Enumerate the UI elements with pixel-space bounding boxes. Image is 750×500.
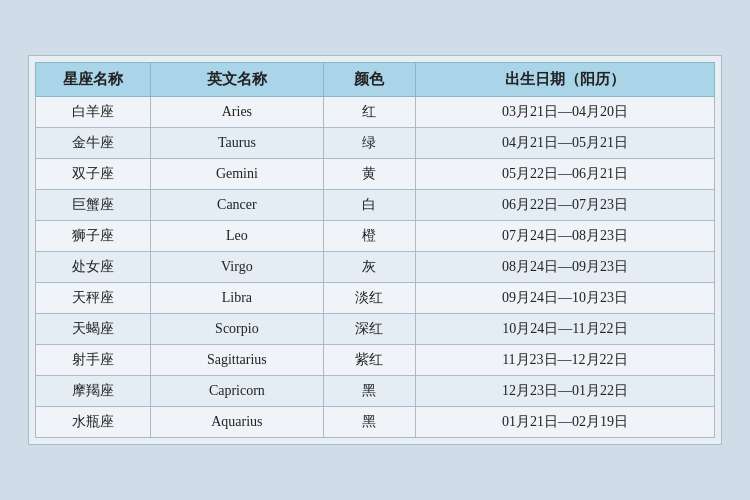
header-date: 出生日期（阳历） [415,63,714,97]
cell-en: Capricorn [151,376,324,407]
header-zh: 星座名称 [36,63,151,97]
cell-color: 紫红 [323,345,415,376]
table-row: 天秤座Libra淡红09月24日—10月23日 [36,283,715,314]
cell-color: 红 [323,97,415,128]
cell-zh: 处女座 [36,252,151,283]
cell-en: Leo [151,221,324,252]
cell-date: 06月22日—07月23日 [415,190,714,221]
cell-color: 橙 [323,221,415,252]
cell-date: 08月24日—09月23日 [415,252,714,283]
table-row: 巨蟹座Cancer白06月22日—07月23日 [36,190,715,221]
table-row: 摩羯座Capricorn黑12月23日—01月22日 [36,376,715,407]
cell-zh: 摩羯座 [36,376,151,407]
cell-color: 绿 [323,128,415,159]
cell-date: 04月21日—05月21日 [415,128,714,159]
cell-en: Taurus [151,128,324,159]
cell-date: 07月24日—08月23日 [415,221,714,252]
cell-zh: 金牛座 [36,128,151,159]
cell-en: Virgo [151,252,324,283]
cell-zh: 狮子座 [36,221,151,252]
cell-zh: 双子座 [36,159,151,190]
cell-en: Cancer [151,190,324,221]
cell-en: Sagittarius [151,345,324,376]
header-color: 颜色 [323,63,415,97]
cell-date: 10月24日—11月22日 [415,314,714,345]
cell-date: 09月24日—10月23日 [415,283,714,314]
cell-date: 01月21日—02月19日 [415,407,714,438]
header-en: 英文名称 [151,63,324,97]
cell-zh: 水瓶座 [36,407,151,438]
table-row: 双子座Gemini黄05月22日—06月21日 [36,159,715,190]
cell-color: 淡红 [323,283,415,314]
table-row: 白羊座Aries红03月21日—04月20日 [36,97,715,128]
cell-en: Gemini [151,159,324,190]
cell-color: 黄 [323,159,415,190]
cell-zh: 天蝎座 [36,314,151,345]
table-header-row: 星座名称 英文名称 颜色 出生日期（阳历） [36,63,715,97]
cell-color: 白 [323,190,415,221]
cell-en: Aries [151,97,324,128]
zodiac-table-container: 星座名称 英文名称 颜色 出生日期（阳历） 白羊座Aries红03月21日—04… [28,55,722,445]
table-row: 处女座Virgo灰08月24日—09月23日 [36,252,715,283]
cell-en: Scorpio [151,314,324,345]
cell-date: 12月23日—01月22日 [415,376,714,407]
table-row: 天蝎座Scorpio深红10月24日—11月22日 [36,314,715,345]
cell-date: 11月23日—12月22日 [415,345,714,376]
cell-color: 深红 [323,314,415,345]
cell-color: 黑 [323,376,415,407]
zodiac-table: 星座名称 英文名称 颜色 出生日期（阳历） 白羊座Aries红03月21日—04… [35,62,715,438]
cell-color: 黑 [323,407,415,438]
cell-date: 05月22日—06月21日 [415,159,714,190]
cell-zh: 射手座 [36,345,151,376]
table-row: 水瓶座Aquarius黑01月21日—02月19日 [36,407,715,438]
cell-zh: 天秤座 [36,283,151,314]
cell-en: Libra [151,283,324,314]
cell-color: 灰 [323,252,415,283]
cell-en: Aquarius [151,407,324,438]
cell-zh: 白羊座 [36,97,151,128]
cell-zh: 巨蟹座 [36,190,151,221]
table-row: 射手座Sagittarius紫红11月23日—12月22日 [36,345,715,376]
table-row: 狮子座Leo橙07月24日—08月23日 [36,221,715,252]
cell-date: 03月21日—04月20日 [415,97,714,128]
table-row: 金牛座Taurus绿04月21日—05月21日 [36,128,715,159]
